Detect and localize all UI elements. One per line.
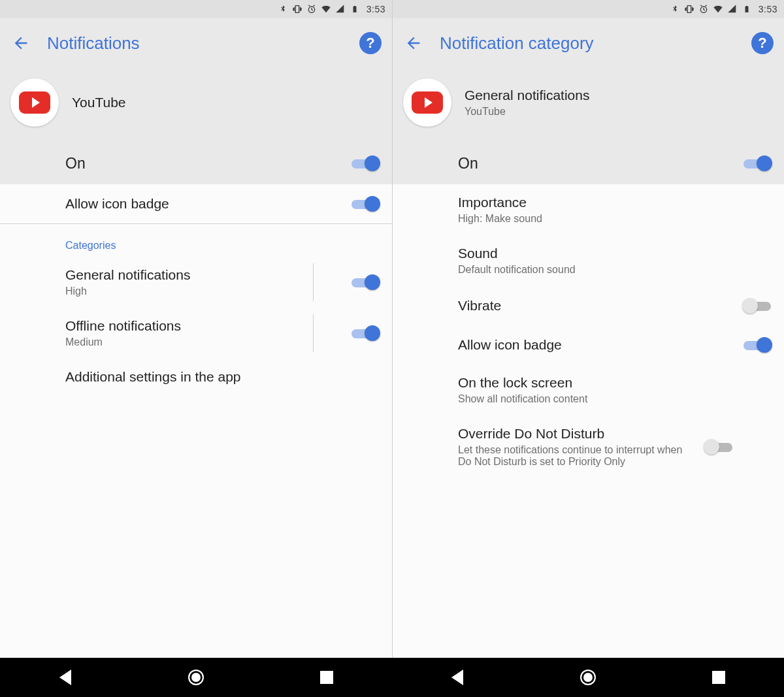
page-title: Notification category bbox=[440, 33, 740, 54]
override-dnd-title: Override Do Not Disturb bbox=[458, 426, 693, 442]
channel-subtitle-label: YouTube bbox=[465, 106, 589, 118]
nav-home-button[interactable] bbox=[579, 668, 597, 687]
channel-toggle-row[interactable]: On bbox=[393, 142, 784, 184]
lock-screen-sub: Show all notification content bbox=[458, 393, 772, 405]
categories-section-label: Categories bbox=[0, 224, 392, 257]
sound-row[interactable]: Sound Default notification sound bbox=[393, 235, 784, 286]
nav-recent-button[interactable] bbox=[710, 668, 728, 687]
help-button[interactable]: ? bbox=[751, 32, 774, 54]
override-dnd-row[interactable]: Override Do Not Disturb Let these notifi… bbox=[393, 415, 784, 478]
status-bar: 3:53 bbox=[0, 0, 392, 18]
allow-icon-badge-toggle[interactable] bbox=[350, 195, 380, 213]
back-button[interactable] bbox=[10, 33, 31, 54]
youtube-icon bbox=[403, 78, 451, 127]
allow-icon-badge-label: Allow icon badge bbox=[458, 337, 732, 353]
nav-home-button[interactable] bbox=[187, 668, 205, 687]
allow-icon-badge-row[interactable]: Allow icon badge bbox=[0, 184, 392, 223]
category-general-row[interactable]: General notifications High bbox=[0, 257, 392, 308]
battery-icon bbox=[350, 4, 360, 14]
channel-toggle-label: On bbox=[458, 155, 732, 172]
status-bar: 3:53 bbox=[393, 0, 784, 18]
back-button[interactable] bbox=[403, 33, 424, 54]
additional-settings-row[interactable]: Additional settings in the app bbox=[0, 359, 392, 395]
status-time: 3:53 bbox=[367, 4, 385, 14]
left-phone: 3:53 Notifications ? YouTube On bbox=[0, 0, 392, 658]
sound-title: Sound bbox=[458, 246, 772, 261]
bluetooth-icon bbox=[670, 4, 680, 14]
nav-recent-button[interactable] bbox=[318, 668, 336, 687]
signal-icon bbox=[335, 4, 346, 14]
vibrate-icon bbox=[684, 4, 694, 14]
vibrate-toggle[interactable] bbox=[742, 297, 772, 315]
category-general-title: General notifications bbox=[65, 267, 340, 283]
master-toggle[interactable] bbox=[350, 154, 380, 172]
category-offline-title: Offline notifications bbox=[65, 318, 340, 334]
importance-row[interactable]: Importance High: Make sound bbox=[393, 184, 784, 235]
vibrate-row[interactable]: Vibrate bbox=[393, 286, 784, 325]
allow-icon-badge-toggle[interactable] bbox=[742, 336, 772, 354]
app-info-row[interactable]: YouTube bbox=[0, 68, 392, 142]
youtube-icon bbox=[10, 78, 59, 127]
bluetooth-icon bbox=[278, 4, 288, 14]
app-name-label: YouTube bbox=[72, 95, 126, 110]
left-content: Allow icon badge Categories General noti… bbox=[0, 184, 392, 658]
category-offline-toggle[interactable] bbox=[350, 324, 380, 342]
right-phone: 3:53 Notification category ? General not… bbox=[392, 0, 784, 658]
channel-title-label: General notifications bbox=[465, 88, 589, 103]
channel-info-row[interactable]: General notifications YouTube bbox=[393, 68, 784, 142]
importance-title: Importance bbox=[458, 195, 772, 210]
category-offline-row[interactable]: Offline notifications Medium bbox=[0, 308, 392, 359]
vibrate-label: Vibrate bbox=[458, 298, 732, 314]
override-dnd-sub: Let these notifications continue to inte… bbox=[458, 444, 693, 468]
master-toggle-row[interactable]: On bbox=[0, 142, 392, 184]
right-header-area: Notification category ? General notifica… bbox=[393, 18, 784, 184]
category-offline-sub: Medium bbox=[65, 336, 340, 348]
page-title: Notifications bbox=[47, 33, 348, 54]
alarm-icon bbox=[306, 4, 317, 14]
signal-icon bbox=[727, 4, 738, 14]
channel-toggle[interactable] bbox=[742, 154, 772, 172]
category-general-sub: High bbox=[65, 285, 340, 297]
allow-icon-badge-label: Allow icon badge bbox=[65, 196, 340, 212]
master-toggle-label: On bbox=[65, 155, 340, 172]
right-content: Importance High: Make sound Sound Defaul… bbox=[393, 184, 784, 658]
alarm-icon bbox=[698, 4, 709, 14]
sound-sub: Default notification sound bbox=[458, 264, 772, 276]
lock-screen-title: On the lock screen bbox=[458, 375, 772, 391]
status-time: 3:53 bbox=[759, 4, 777, 14]
vibrate-icon bbox=[292, 4, 302, 14]
android-navbar bbox=[0, 658, 784, 697]
battery-icon bbox=[742, 4, 752, 14]
category-general-toggle[interactable] bbox=[350, 273, 380, 291]
allow-icon-badge-row[interactable]: Allow icon badge bbox=[393, 325, 784, 365]
additional-settings-label: Additional settings in the app bbox=[65, 369, 380, 385]
lock-screen-row[interactable]: On the lock screen Show all notification… bbox=[393, 365, 784, 415]
help-button[interactable]: ? bbox=[359, 32, 382, 54]
importance-sub: High: Make sound bbox=[458, 213, 772, 225]
left-header-area: Notifications ? YouTube On bbox=[0, 18, 392, 184]
wifi-icon bbox=[321, 4, 331, 14]
override-dnd-toggle[interactable] bbox=[704, 438, 734, 456]
nav-back-button[interactable] bbox=[56, 668, 74, 687]
nav-back-button[interactable] bbox=[448, 668, 466, 687]
wifi-icon bbox=[713, 4, 723, 14]
